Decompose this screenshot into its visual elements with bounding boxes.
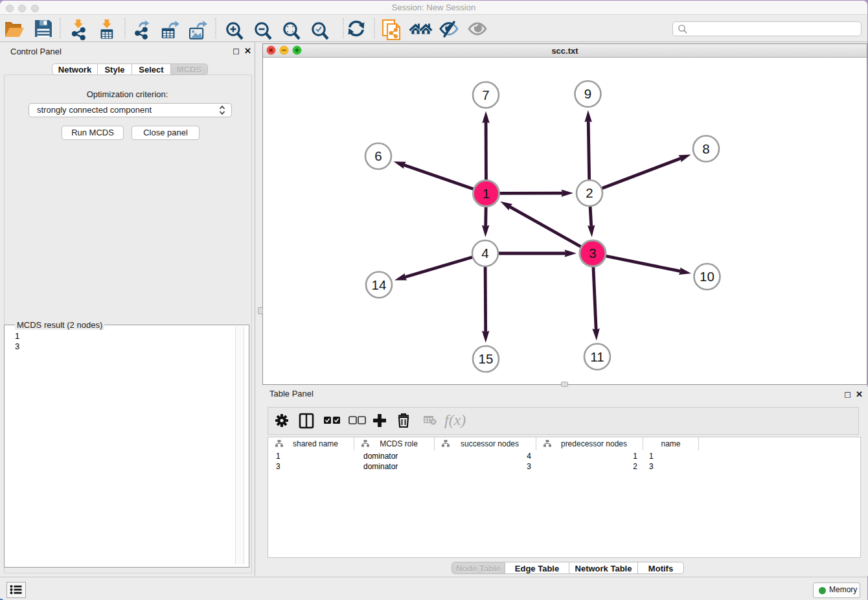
svg-text:11: 11 — [590, 349, 604, 364]
svg-text:1: 1 — [483, 186, 490, 201]
svg-text:9: 9 — [584, 86, 591, 101]
svg-text:6: 6 — [374, 148, 382, 163]
svg-text:4: 4 — [481, 246, 488, 260]
svg-text:3: 3 — [589, 246, 596, 260]
svg-text:14: 14 — [372, 277, 387, 292]
svg-text:8: 8 — [702, 141, 709, 156]
svg-text:15: 15 — [479, 351, 494, 366]
svg-text:10: 10 — [700, 269, 714, 284]
svg-text:2: 2 — [586, 185, 593, 200]
svg-text:7: 7 — [482, 87, 489, 102]
svg-text:f(x): f(x) — [444, 411, 466, 428]
